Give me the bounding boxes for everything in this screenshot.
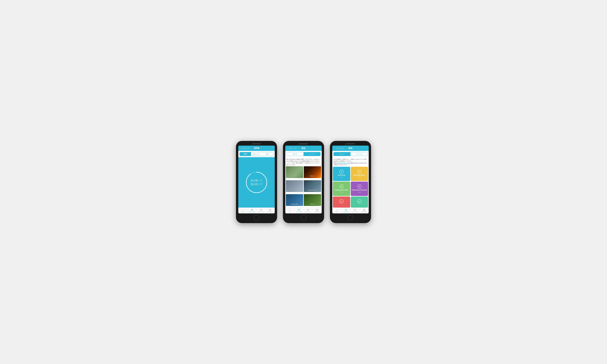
mindful-tinnitus-link[interactable]: Mindful Tinnitus Relief (337, 162, 350, 164)
segment-control-1: 普通 ゆっくり 深く (239, 152, 274, 156)
advice-icon-1: ⊟ (260, 208, 262, 211)
grid-label-rain: 雨 (294, 189, 295, 191)
med-card-red[interactable]: ▶ (333, 196, 350, 208)
phone-camera-1 (251, 144, 252, 145)
relax-icon-2: ⊞ (298, 208, 300, 211)
med-title-breathing: Breathing Space (354, 174, 365, 176)
segment-image-3[interactable]: イメージ (351, 152, 367, 156)
tab-relax-2[interactable]: ⊞ リラックス (294, 208, 304, 213)
grid-item-woods[interactable]: Woods (304, 194, 321, 206)
tab-label-relax-3: リラックス (343, 211, 349, 213)
tab-label-advice-2: アドバイス (305, 211, 311, 213)
phone-speaker-3 (346, 143, 355, 144)
breathing-text: 息を吸って 息を吐いて (251, 179, 262, 186)
tab-label-myrelief-3: My Relief (362, 211, 367, 212)
grid-label-river: 川の流れ (292, 175, 297, 177)
med-card-breathing[interactable]: ▶ Breathing Space 6 分 (351, 167, 368, 181)
nav-bar-1: ＜ リラックス 深呼吸 (238, 146, 275, 151)
med-card-anchoring[interactable]: ▶ Anchoring 8 分 (333, 167, 350, 181)
image-grid: 川の流れ 焚き火 雨 Ocean Waves (285, 166, 322, 208)
segment-btn-normal[interactable]: 普通 (240, 152, 251, 156)
phone-speaker-1 (252, 143, 261, 144)
tab-bar-3: ♪ 音 ⊞ リラックス ⊟ アドバイス ⊠ My Relief (332, 208, 369, 213)
description-text-2: 静かな落ち着ける場所を想像してみて下さい。あなたの全ての感覚とあなたがいる環境を… (285, 157, 322, 166)
breath-inhale-text: 息を吸って (251, 179, 262, 182)
phone-1: ＜ リラックス 深呼吸 普通 ゆっくり 深く (236, 141, 277, 223)
med-card-depression[interactable]: ▶ Depression & Anxiety 13 分 (351, 182, 368, 196)
nav-bar-3: ＜ リラックス 瞑想 (332, 146, 369, 151)
grid-label-fire: 焚き火 (310, 175, 315, 177)
tab-label-music-1: 音 (242, 211, 243, 213)
play-icon-mint: ▶ (357, 199, 361, 203)
tab-label-myrelief-2: My Relief (315, 211, 319, 212)
med-title-depression: Depression & Anxiety (352, 189, 367, 191)
tab-relax-3[interactable]: ⊞ リラックス (341, 208, 351, 213)
tab-music-3[interactable]: ♪ 音 (332, 208, 341, 213)
tab-advice-2[interactable]: ⊟ アドバイス (304, 208, 313, 213)
tab-myrelief-2[interactable]: ⊠ My Relief (313, 208, 322, 213)
tab-myrelief-3[interactable]: ⊠ My Relief (360, 208, 369, 213)
nav-title-2: 瞑想 (302, 147, 305, 150)
med-duration-anchoring: 8 分 (341, 177, 343, 178)
tab-advice-1[interactable]: ⊟ アドバイス (256, 208, 266, 213)
grid-label-ocean: Ocean Waves (308, 190, 317, 191)
tab-label-music-2: 音 (289, 211, 290, 213)
tab-label-advice-3: アドバイス (352, 211, 358, 213)
advice-icon-2: ⊟ (307, 208, 309, 211)
phone-camera-3 (345, 144, 346, 145)
tab-music-1[interactable]: ♪ 音 (238, 208, 247, 213)
grid-item-fire[interactable]: 焚き火 (304, 166, 321, 178)
play-icon-breathing: ▶ (357, 170, 361, 174)
segment-btn-deep[interactable]: 深く (262, 152, 273, 156)
tab-myrelief-1[interactable]: ⊠ My Relief (266, 208, 275, 213)
nav-title-3: 瞑想 (349, 147, 352, 150)
grid-label-woods: Woods (310, 203, 315, 205)
music-icon-2: ♪ (290, 208, 290, 211)
grid-item-underwater[interactable]: Underwater (286, 194, 303, 206)
myrelief-icon-2: ⊠ (316, 208, 318, 211)
segment-guide-3[interactable]: ガイド (334, 152, 351, 156)
phone-screen-2: ＜ リラックス 瞑想 ガイド イメージ 静かな落ち着ける場所を想像してみて下さい… (285, 146, 322, 213)
tab-music-2[interactable]: ♪ 音 (285, 208, 294, 213)
grid-item-rain[interactable]: 雨 (286, 180, 303, 192)
phone-speaker-2 (299, 143, 308, 144)
tab-label-music-3: 音 (336, 211, 337, 213)
med-card-calming[interactable]: ▶ Calming your body 11 分 (333, 182, 350, 196)
phones-container: ＜ リラックス 深呼吸 普通 ゆっくり 深く (236, 141, 371, 223)
tab-label-advice-1: アドバイス (258, 211, 264, 213)
med-title-calming: Calming your body (335, 189, 348, 191)
play-icon-depression: ▶ (357, 184, 361, 189)
advice-icon-3: ⊟ (354, 208, 356, 211)
breathing-circle-wrapper: 息を吸って 息を吐いて (245, 171, 268, 194)
segment-guide-2[interactable]: ガイド (287, 152, 304, 156)
segment-image-2[interactable]: イメージ (304, 152, 320, 156)
myrelief-icon-3: ⊠ (363, 208, 365, 211)
home-button-2[interactable] (301, 215, 306, 221)
med-duration-breathing: 6 分 (358, 177, 361, 178)
home-button-3[interactable] (348, 215, 353, 221)
segment-control-2: ガイド イメージ (287, 152, 320, 156)
music-icon-1: ♪ (242, 208, 243, 211)
home-button-1[interactable] (254, 215, 259, 221)
grid-item-river[interactable]: 川の流れ (286, 166, 303, 178)
breath-exhale-text: 息を吐いて (251, 183, 262, 186)
nav-back-2[interactable]: ＜ リラックス (287, 147, 297, 149)
tab-label-myrelief-1: My Relief (268, 211, 273, 212)
phone-2: ＜ リラックス 瞑想 ガイド イメージ 静かな落ち着ける場所を想像してみて下さい… (283, 141, 324, 223)
grid-label-underwater: Underwater (291, 203, 298, 205)
tab-relax-1[interactable]: ⊞ リラックス (247, 208, 256, 213)
med-card-mint[interactable]: ▶ (351, 196, 368, 208)
grid-item-ocean[interactable]: Ocean Waves (304, 180, 321, 192)
nav-bar-2: ＜ リラックス 瞑想 (285, 146, 322, 151)
meditation-grid: ▶ Anchoring 8 分 ▶ Breathing Space 6 分 ▶ … (332, 167, 369, 208)
tab-bar-2: ♪ 音 ⊞ リラックス ⊟ アドバイス ⊠ My Relief (285, 208, 322, 213)
tab-label-relax-2: リラックス (296, 211, 302, 213)
play-icon-red: ▶ (340, 199, 343, 203)
tab-bar-1: ♪ 音 ⊞ リラックス ⊟ アドバイス ⊠ My Relief (238, 208, 275, 213)
segment-btn-slow[interactable]: ゆっくり (251, 152, 262, 156)
relax-icon-1: ⊞ (251, 208, 253, 211)
music-icon-3: ♪ (336, 208, 337, 211)
tab-advice-3[interactable]: ⊟ アドバイス (351, 208, 360, 213)
nav-back-3[interactable]: ＜ リラックス (333, 147, 343, 149)
nav-back-1[interactable]: ＜ リラックス (239, 147, 250, 149)
